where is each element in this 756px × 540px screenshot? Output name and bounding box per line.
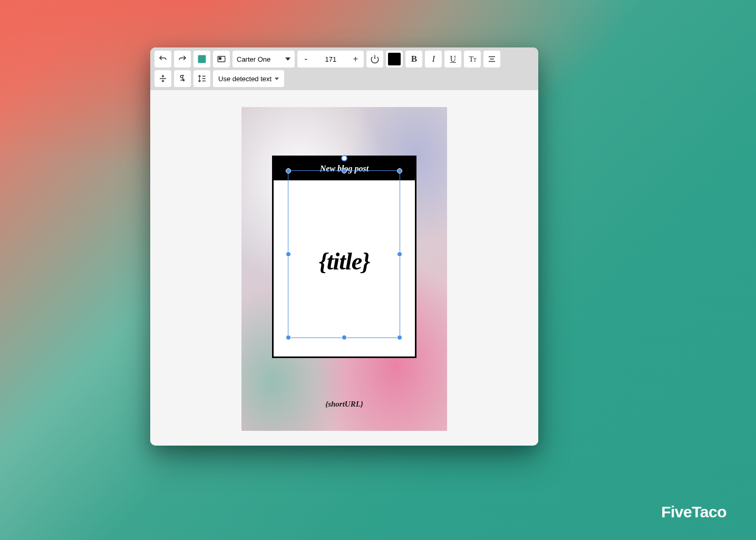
grid-icon — [197, 54, 207, 64]
svg-rect-0 — [198, 55, 206, 63]
grid-button[interactable] — [193, 51, 210, 68]
resize-handle-br[interactable] — [397, 335, 402, 340]
vertical-align-button[interactable] — [154, 70, 171, 87]
align-center-icon — [487, 54, 497, 64]
frame-button[interactable] — [213, 51, 230, 68]
text-case-button[interactable]: TT — [464, 51, 481, 68]
poster-canvas[interactable]: New blog post {title} {shortURL} — [241, 107, 447, 431]
resize-handle-mr[interactable] — [397, 252, 402, 257]
resize-handle-bm[interactable] — [342, 335, 347, 340]
text-case-icon: TT — [469, 55, 476, 64]
underline-button[interactable]: U — [444, 51, 461, 68]
card-header: New blog post — [274, 157, 415, 180]
increase-size-button[interactable]: + — [347, 51, 364, 68]
text-color-picker[interactable] — [386, 51, 403, 68]
font-name: Carter One — [237, 55, 270, 63]
font-size-input[interactable] — [314, 51, 347, 68]
undo-icon — [158, 54, 168, 64]
short-url-text[interactable]: {shortURL} — [241, 400, 447, 409]
svg-rect-6 — [219, 57, 221, 60]
line-spacing-icon — [197, 74, 207, 83]
font-select[interactable]: Carter One — [232, 51, 295, 68]
color-swatch-icon — [388, 53, 401, 65]
vertical-align-icon — [158, 74, 168, 83]
chevron-down-icon — [275, 78, 279, 80]
italic-button[interactable]: I — [425, 51, 442, 68]
line-spacing-button[interactable] — [193, 70, 210, 87]
text-direction-button[interactable] — [174, 70, 191, 87]
resize-handle-bl[interactable] — [286, 335, 291, 340]
align-button[interactable] — [483, 51, 500, 68]
watermark: FiveTaco — [661, 503, 726, 521]
bold-button[interactable]: B — [405, 51, 422, 68]
detected-text-label: Use detected text — [218, 75, 272, 83]
redo-button[interactable] — [174, 51, 191, 68]
resize-handle-ml[interactable] — [286, 252, 291, 257]
blog-card[interactable]: New blog post {title} — [272, 156, 416, 358]
frame-icon — [217, 54, 226, 64]
power-button[interactable] — [366, 51, 383, 68]
text-direction-icon — [178, 74, 187, 83]
font-size-stepper: - + — [297, 51, 364, 68]
canvas-area[interactable]: New blog post {title} {shortURL} — [150, 90, 538, 442]
title-text[interactable]: {title} — [319, 247, 370, 275]
editor-window: Carter One - + B I U TT — [150, 47, 538, 446]
decrease-size-button[interactable]: - — [297, 51, 314, 68]
caret-down-icon — [285, 57, 290, 61]
detected-text-select[interactable]: Use detected text — [213, 70, 284, 87]
power-icon — [370, 54, 380, 64]
toolbar: Carter One - + B I U TT — [150, 47, 538, 90]
redo-icon — [178, 54, 187, 64]
undo-button[interactable] — [154, 51, 171, 68]
